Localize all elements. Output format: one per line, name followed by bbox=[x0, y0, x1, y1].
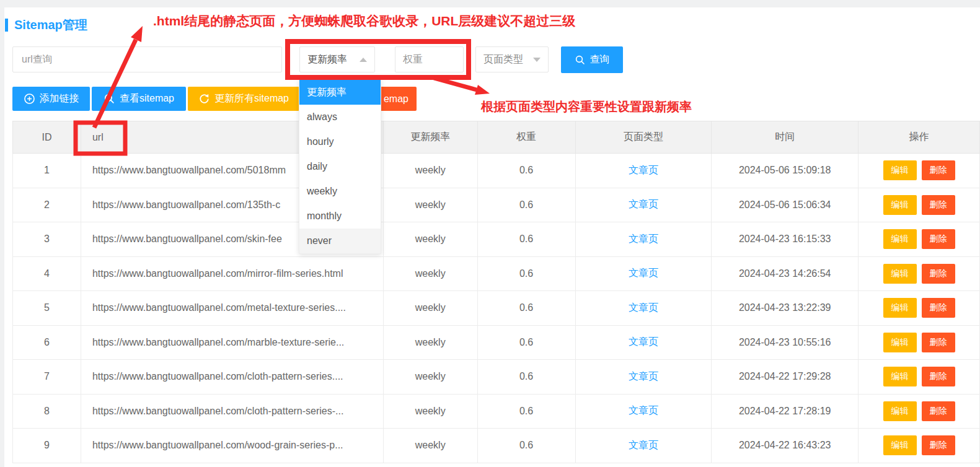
annotation-right-note: 根据页面类型内容重要性设置跟新频率 bbox=[481, 98, 692, 115]
delete-button[interactable]: 删除 bbox=[922, 264, 955, 284]
page-type-link[interactable]: 文章页 bbox=[629, 302, 658, 313]
dropdown-option[interactable]: daily bbox=[299, 154, 381, 179]
weight-select[interactable]: 权重 bbox=[395, 46, 464, 72]
table-row: 7https://www.bangtuowallpanel.com/cloth-… bbox=[13, 360, 980, 395]
page-type-link[interactable]: 文章页 bbox=[629, 199, 658, 209]
annotation-arrowhead-up bbox=[131, 26, 143, 42]
cell-time: 2024-04-23 16:15:33 bbox=[712, 222, 859, 257]
delete-button[interactable]: 删除 bbox=[922, 333, 955, 352]
annotation-top-note: .html结尾的静态页面，方便蜘蛛爬取谷歌收录，URL层级建议不超过三级 bbox=[153, 12, 575, 30]
query-button-label: 查询 bbox=[590, 53, 610, 66]
page-type-link[interactable]: 文章页 bbox=[629, 234, 658, 244]
page-type-link[interactable]: 文章页 bbox=[629, 165, 658, 175]
edit-button[interactable]: 编辑 bbox=[883, 298, 917, 318]
edit-button[interactable]: 编辑 bbox=[883, 160, 917, 180]
sitemap-table: ID url 更新频率 权重 页面类型 时间 操作 1https://www.b… bbox=[12, 121, 980, 463]
delete-button[interactable]: 删除 bbox=[922, 435, 955, 455]
cell-weight: 0.6 bbox=[477, 360, 575, 395]
cell-weight: 0.6 bbox=[477, 188, 575, 222]
update-all-sitemap-button[interactable]: 更新所有sitemap bbox=[188, 87, 299, 111]
page-type-link[interactable]: 文章页 bbox=[629, 336, 658, 347]
cell-weight: 0.6 bbox=[477, 429, 575, 463]
dropdown-option[interactable]: 更新频率 bbox=[299, 80, 381, 105]
add-link-button[interactable]: 添加链接 bbox=[12, 87, 90, 111]
frequency-select-value: 更新频率 bbox=[307, 53, 347, 66]
edit-button[interactable]: 编辑 bbox=[883, 435, 917, 455]
cell-url: https://www.bangtuowallpanel.com/wood-gr… bbox=[81, 429, 383, 463]
cell-page-type: 文章页 bbox=[575, 188, 712, 222]
query-button[interactable]: 查询 bbox=[561, 46, 623, 73]
cell-time: 2024-04-23 14:26:54 bbox=[712, 256, 859, 291]
cell-page-type: 文章页 bbox=[575, 325, 712, 360]
cell-time: 2024-04-22 16:43:23 bbox=[712, 429, 859, 463]
edit-button[interactable]: 编辑 bbox=[883, 195, 917, 215]
cell-id: 2 bbox=[13, 188, 81, 222]
dropdown-option[interactable]: hourly bbox=[299, 129, 381, 154]
column-header-page-type: 页面类型 bbox=[575, 121, 712, 154]
page-type-select-value: 页面类型 bbox=[483, 53, 523, 66]
cell-url: https://www.bangtuowallpanel.com/marble-… bbox=[81, 325, 383, 360]
page-type-link[interactable]: 文章页 bbox=[629, 268, 658, 278]
table-row: 6https://www.bangtuowallpanel.com/marble… bbox=[13, 325, 980, 360]
cell-time: 2024-04-22 17:29:28 bbox=[712, 360, 859, 395]
table-row: 1https://www.bangtuowallpanel.com/5018mm… bbox=[13, 154, 980, 188]
cell-frequency: weekly bbox=[383, 291, 477, 326]
edit-button[interactable]: 编辑 bbox=[883, 333, 917, 352]
view-sitemap-label: 查看sitemap bbox=[120, 92, 174, 105]
edit-button[interactable]: 编辑 bbox=[883, 401, 917, 421]
delete-button[interactable]: 删除 bbox=[922, 195, 955, 215]
window-left-edge bbox=[0, 0, 4, 467]
cell-weight: 0.6 bbox=[477, 394, 575, 429]
partial-button-visible-label: emap bbox=[384, 94, 408, 105]
cell-page-type: 文章页 bbox=[575, 394, 712, 429]
update-all-sitemap-label: 更新所有sitemap bbox=[214, 92, 289, 105]
delete-button[interactable]: 删除 bbox=[922, 401, 955, 421]
cell-time: 2024-05-06 15:06:34 bbox=[712, 188, 859, 222]
cell-id: 3 bbox=[13, 222, 81, 257]
cell-frequency: weekly bbox=[383, 154, 477, 188]
cell-page-type: 文章页 bbox=[575, 429, 712, 463]
cell-frequency: weekly bbox=[383, 222, 477, 257]
cell-id: 6 bbox=[13, 325, 81, 360]
cell-frequency: weekly bbox=[383, 188, 477, 222]
dropdown-option[interactable]: weekly bbox=[299, 179, 381, 204]
delete-button[interactable]: 删除 bbox=[922, 298, 955, 318]
dropdown-option[interactable]: monthly bbox=[299, 204, 381, 229]
cell-actions: 编辑删除 bbox=[859, 222, 980, 257]
table-row: 4https://www.bangtuowallpanel.com/mirror… bbox=[13, 256, 980, 291]
page-header: Sitemap管理 bbox=[5, 17, 87, 33]
cell-time: 2024-04-22 17:28:19 bbox=[712, 394, 859, 429]
edit-button[interactable]: 编辑 bbox=[883, 264, 917, 284]
dropdown-option[interactable]: always bbox=[299, 105, 381, 129]
view-sitemap-button[interactable]: 查看sitemap bbox=[92, 87, 186, 111]
url-search-input[interactable] bbox=[12, 46, 282, 72]
frequency-select[interactable]: 更新频率 bbox=[299, 46, 375, 72]
table-row: 8https://www.bangtuowallpanel.com/cloth-… bbox=[13, 394, 980, 429]
table-row: 5https://www.bangtuowallpanel.com/metal-… bbox=[13, 291, 980, 326]
page-type-select[interactable]: 页面类型 bbox=[475, 46, 549, 72]
page-type-link[interactable]: 文章页 bbox=[629, 371, 658, 382]
cell-frequency: weekly bbox=[383, 256, 477, 291]
cell-id: 9 bbox=[13, 429, 81, 463]
edit-button[interactable]: 编辑 bbox=[883, 229, 917, 249]
cell-actions: 编辑删除 bbox=[859, 154, 980, 188]
delete-button[interactable]: 删除 bbox=[922, 367, 955, 386]
circle-plus-icon bbox=[24, 93, 35, 105]
cell-actions: 编辑删除 bbox=[859, 325, 980, 360]
page-type-link[interactable]: 文章页 bbox=[629, 440, 658, 450]
title-accent-bar bbox=[5, 19, 8, 32]
cell-id: 7 bbox=[13, 360, 81, 395]
table-row: 3https://www.bangtuowallpanel.com/skin-f… bbox=[13, 222, 980, 257]
column-header-time: 时间 bbox=[712, 121, 859, 154]
cell-weight: 0.6 bbox=[477, 256, 575, 291]
page-type-link[interactable]: 文章页 bbox=[629, 405, 658, 416]
cell-page-type: 文章页 bbox=[575, 154, 712, 188]
dropdown-option[interactable]: never bbox=[299, 229, 381, 253]
edit-button[interactable]: 编辑 bbox=[883, 367, 917, 386]
delete-button[interactable]: 删除 bbox=[922, 229, 955, 249]
frequency-dropdown-list: 更新频率alwayshourlydailyweeklymonthlynever bbox=[299, 79, 381, 254]
table-header-row: ID url 更新频率 权重 页面类型 时间 操作 bbox=[13, 121, 980, 154]
cell-page-type: 文章页 bbox=[575, 256, 712, 291]
delete-button[interactable]: 删除 bbox=[922, 160, 955, 180]
cell-url: https://www.bangtuowallpanel.com/mirror-… bbox=[81, 256, 383, 291]
